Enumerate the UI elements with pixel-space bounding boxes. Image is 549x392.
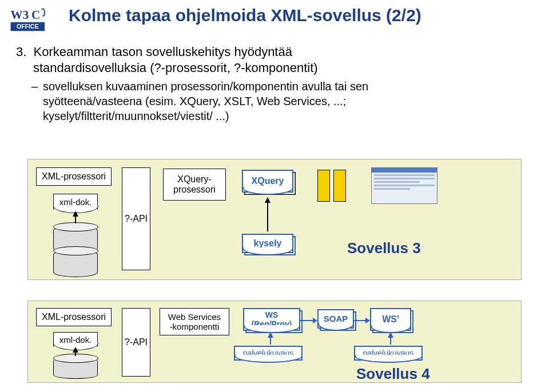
screenshot-thumbnail	[371, 167, 437, 204]
api-box: ?-API	[122, 167, 150, 270]
database-icon	[53, 250, 98, 277]
svg-text:W3: W3	[11, 8, 29, 22]
svg-text:C: C	[31, 8, 40, 22]
section-heading: 3. Korkeamman tason sovelluskehitys hyöd…	[16, 45, 532, 59]
sub-bullet-3: kyselyt/filtterit/muunnokset/viestit/ ..…	[43, 110, 532, 123]
sovellus4-label: Sovellus 4	[356, 365, 430, 383]
page-title: Kolme tapaa ohjelmoida XML-sovellus (2/2…	[69, 6, 421, 25]
diagram-panel-sovellus3: XML-prosessori xml-dok. ?-API XQuery- pr…	[27, 159, 522, 280]
svg-marker-5	[313, 318, 317, 323]
arrow-right-icon	[354, 317, 370, 324]
sub-bullet-2: syötteenä/vasteena (esim. XQuery, XSLT, …	[43, 95, 532, 108]
section-line1: Korkeamman tason sovelluskehitys hyödynt…	[33, 45, 292, 59]
yellow-bar-icon	[333, 170, 346, 202]
palvelukuvaus-note-1: palvelukuvaus	[234, 346, 303, 361]
section-line2: standardisovelluksia (?-prosessorit, ?-k…	[33, 61, 532, 75]
sovellus3-label: Sovellus 3	[347, 239, 421, 257]
ws-prime-note: WS'	[370, 308, 411, 331]
arrow-right-icon	[300, 317, 317, 324]
sub-bullet-1: sovelluksen kuvaaminen prosessorin/kompo…	[43, 80, 532, 93]
xml-processor-box: XML-prosessori	[36, 308, 112, 326]
diagram-panel-sovellus4: XML-prosessori xml-dok. ?-API Web Servic…	[27, 301, 522, 383]
xml-dok-note: xml-dok.	[53, 194, 98, 210]
xml-dok-note: xml-dok.	[53, 332, 98, 347]
xquery-note: XQuery	[242, 170, 293, 193]
ws-component-box: Web Services -komponentti	[160, 308, 229, 335]
w3c-office-logo: W3 C OFFICE	[10, 7, 55, 34]
database-icon	[53, 357, 98, 379]
yellow-bar-icon	[317, 170, 330, 202]
svg-text:OFFICE: OFFICE	[17, 23, 39, 30]
soap-note: SOAP	[317, 309, 354, 329]
section-number: 3.	[16, 45, 26, 59]
bullet-dash: –	[31, 80, 38, 93]
xquery-processor-box: XQuery- prosessori	[163, 169, 226, 201]
ws-note: WS (Req/Prov)	[243, 308, 300, 331]
kysely-note: kysely	[242, 234, 293, 253]
svg-marker-7	[365, 318, 370, 323]
xml-processor-box: XML-prosessori	[36, 167, 112, 186]
palvelukuvaus-note-2: palvelukuvaus	[354, 346, 423, 361]
api-box: ?-API	[122, 308, 150, 377]
